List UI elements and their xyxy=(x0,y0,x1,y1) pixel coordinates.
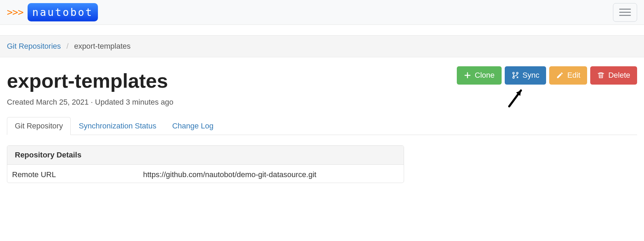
panel-heading: Repository Details xyxy=(7,146,404,165)
hamburger-button[interactable] xyxy=(613,3,637,22)
sync-button[interactable]: Sync xyxy=(505,66,546,85)
tabs: Git Repository Synchronization Status Ch… xyxy=(7,117,637,135)
breadcrumb-current: export-templates xyxy=(74,42,131,50)
page-title: export-templates xyxy=(7,69,173,92)
brand-chevrons-icon: >>> xyxy=(7,7,23,18)
pencil-icon xyxy=(556,71,564,79)
clone-button[interactable]: Clone xyxy=(457,66,501,85)
tab-synchronization-status[interactable]: Synchronization Status xyxy=(71,117,164,135)
edit-button-label: Edit xyxy=(567,70,580,80)
tab-git-repository[interactable]: Git Repository xyxy=(7,117,71,135)
svg-point-2 xyxy=(513,73,514,74)
main-container: export-templates Created March 25, 2021 … xyxy=(0,57,644,183)
sync-button-label: Sync xyxy=(523,70,540,80)
breadcrumb-parent-link[interactable]: Git Repositories xyxy=(7,42,61,50)
delete-button-label: Delete xyxy=(608,70,630,80)
brand-name: nautobot xyxy=(28,3,98,21)
annotation-arrow-icon xyxy=(506,86,526,110)
breadcrumb: Git Repositories / export-templates xyxy=(0,35,644,57)
page-meta: Created March 25, 2021 · Updated 3 minut… xyxy=(7,98,173,107)
svg-point-4 xyxy=(513,77,514,78)
remote-url-label: Remote URL xyxy=(12,170,143,179)
clone-button-label: Clone xyxy=(475,70,494,80)
row-remote-url: Remote URL https://github.com/nautobot/d… xyxy=(7,165,404,183)
navbar: >>> nautobot xyxy=(0,0,644,25)
delete-button[interactable]: Delete xyxy=(590,66,637,85)
tab-change-log[interactable]: Change Log xyxy=(164,117,221,135)
edit-button[interactable]: Edit xyxy=(549,66,587,85)
header-row: export-templates Created March 25, 2021 … xyxy=(7,66,637,107)
action-buttons: Clone Sync Edit Delete xyxy=(457,66,637,85)
plus-icon xyxy=(464,71,471,79)
git-branch-icon xyxy=(512,71,519,79)
remote-url-value: https://github.com/nautobot/demo-git-dat… xyxy=(143,170,316,179)
trash-icon xyxy=(597,71,605,79)
repository-details-panel: Repository Details Remote URL https://gi… xyxy=(7,145,404,183)
brand[interactable]: >>> nautobot xyxy=(7,3,98,21)
breadcrumb-separator-icon: / xyxy=(67,42,69,50)
title-block: export-templates Created March 25, 2021 … xyxy=(7,66,173,107)
